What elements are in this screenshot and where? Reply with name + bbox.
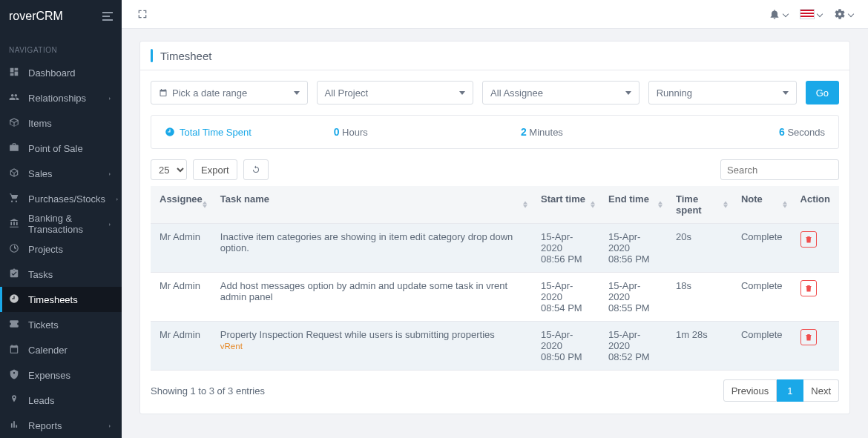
flag-uk-icon xyxy=(800,9,815,19)
content: Timesheet Pick a date range All Project … xyxy=(122,29,868,438)
export-button[interactable]: Export xyxy=(193,159,237,180)
column-time-spent[interactable]: Time spent xyxy=(667,186,732,224)
sort-icon xyxy=(591,202,595,208)
sidebar-item-label: Sales xyxy=(28,168,53,179)
filter-status[interactable]: Running xyxy=(648,81,797,104)
cell: 18s xyxy=(667,273,732,322)
cell: Complete xyxy=(732,273,792,322)
sort-icon xyxy=(523,202,527,208)
search-input[interactable] xyxy=(720,159,839,180)
reports-icon xyxy=(9,419,19,432)
tasks-icon xyxy=(9,268,19,281)
page-next[interactable]: Next xyxy=(803,379,839,402)
cell: Property Inspection Request while users … xyxy=(211,322,532,371)
relationships-icon xyxy=(9,92,19,104)
sidebar-item-point-of-sale[interactable]: Point of Sale xyxy=(0,136,122,161)
filter-date-range[interactable]: Pick a date range xyxy=(151,81,308,104)
sidebar-item-banking-transactions[interactable]: Banking & Transactions xyxy=(0,211,122,236)
sidebar-item-calender[interactable]: Calender xyxy=(0,337,122,362)
nav-list: DashboardRelationshipsItemsPoint of Sale… xyxy=(0,60,122,438)
items-icon xyxy=(9,117,19,130)
chevron-right-icon xyxy=(107,219,113,230)
filter-status-label: Running xyxy=(657,87,783,99)
entries-info: Showing 1 to 3 of 3 entries xyxy=(151,385,265,396)
sidebar-item-projects[interactable]: Projects xyxy=(0,236,122,262)
filter-date-label: Pick a date range xyxy=(172,87,294,99)
column-note[interactable]: Note xyxy=(732,186,792,224)
cell: Mr Admin xyxy=(151,273,211,322)
sidebar-item-purchases-stocks[interactable]: Purchases/Stocks xyxy=(0,186,122,211)
column-action[interactable]: Action xyxy=(792,186,839,224)
filter-assignee[interactable]: All Assignee xyxy=(482,81,640,104)
language-switch[interactable] xyxy=(800,9,822,19)
nav-heading: NAVIGATION xyxy=(0,33,122,60)
delete-button[interactable] xyxy=(800,231,817,248)
page-size-select[interactable]: 25 xyxy=(151,159,187,180)
sidebar-item-label: Items xyxy=(28,118,52,129)
sidebar-item-label: Expenses xyxy=(28,370,70,381)
sidebar-item-leads[interactable]: Leads xyxy=(0,388,122,413)
trash-icon xyxy=(804,284,813,293)
table-toolbar: 25 Export xyxy=(151,159,839,180)
go-button[interactable]: Go xyxy=(806,81,839,104)
sidebar-item-timesheets[interactable]: Timesheets xyxy=(0,287,122,312)
sidebar-item-tickets[interactable]: Tickets xyxy=(0,312,122,337)
sidebar-item-relationships[interactable]: Relationships xyxy=(0,85,122,110)
caret-down-icon xyxy=(783,91,789,95)
sidebar-item-label: Banking & Transactions xyxy=(28,213,98,235)
delete-button[interactable] xyxy=(800,280,817,296)
topbar xyxy=(122,0,868,29)
sidebar-item-label: Projects xyxy=(28,244,63,255)
expand-icon[interactable] xyxy=(137,8,148,20)
filter-project[interactable]: All Project xyxy=(317,81,474,104)
column-end-time[interactable]: End time xyxy=(599,186,667,224)
trash-icon xyxy=(804,333,813,342)
notifications-icon[interactable] xyxy=(769,8,788,20)
table-row: Mr AdminInactive item categories are sho… xyxy=(151,224,839,273)
sidebar-item-tasks[interactable]: Tasks xyxy=(0,262,122,287)
cell: 15-Apr-202008:50 PM xyxy=(532,322,599,371)
sidebar: roverCRM NAVIGATION DashboardRelationshi… xyxy=(0,0,122,438)
caret-down-icon xyxy=(625,91,631,95)
column-assignee[interactable]: Assignee xyxy=(151,186,211,224)
cell xyxy=(792,273,839,322)
sidebar-item-label: Dashboard xyxy=(28,67,76,79)
cell: 15-Apr-202008:52 PM xyxy=(599,322,667,371)
chevron-right-icon xyxy=(107,93,113,104)
page-prev[interactable]: Previous xyxy=(723,379,777,402)
sidebar-item-reports[interactable]: Reports xyxy=(0,413,122,438)
delete-button[interactable] xyxy=(800,329,817,345)
caret-down-icon xyxy=(459,91,465,95)
sales-icon xyxy=(9,167,19,180)
settings-icon[interactable] xyxy=(834,8,853,20)
sidebar-item-label: Relationships xyxy=(28,93,86,104)
search-box xyxy=(720,159,839,180)
timesheet-table: AssigneeTask nameStart timeEnd timeTime … xyxy=(151,186,839,371)
page-1[interactable]: 1 xyxy=(777,379,803,402)
cell: Mr Admin xyxy=(151,224,211,273)
sidebar-item-label: Point of Sale xyxy=(28,143,83,154)
sidebar-item-expenses[interactable]: Expenses xyxy=(0,362,122,388)
purchases-stocks-icon xyxy=(9,193,19,205)
column-start-time[interactable]: Start time xyxy=(532,186,599,224)
menu-toggle-icon[interactable] xyxy=(102,12,113,21)
timesheets-icon xyxy=(9,293,19,306)
sidebar-item-sales[interactable]: Sales xyxy=(0,161,122,186)
timesheet-card: Timesheet Pick a date range All Project … xyxy=(139,41,850,414)
sidebar-item-items[interactable]: Items xyxy=(0,110,122,136)
page-title: Timesheet xyxy=(160,50,211,62)
cell: 1m 28s xyxy=(667,322,732,371)
cell xyxy=(792,322,839,371)
task-subtitle: vRent xyxy=(220,342,523,351)
chevron-down-icon xyxy=(783,11,789,17)
tickets-icon xyxy=(9,319,19,331)
cell xyxy=(792,224,839,273)
cell: Mr Admin xyxy=(151,322,211,371)
sidebar-item-label: Reports xyxy=(28,420,62,431)
refresh-button[interactable] xyxy=(243,159,269,180)
table-footer: Showing 1 to 3 of 3 entries Previous 1 N… xyxy=(151,379,839,402)
brand: roverCRM xyxy=(9,10,63,23)
chevron-down-icon xyxy=(817,11,823,17)
sidebar-item-dashboard[interactable]: Dashboard xyxy=(0,60,122,85)
column-task-name[interactable]: Task name xyxy=(211,186,532,224)
